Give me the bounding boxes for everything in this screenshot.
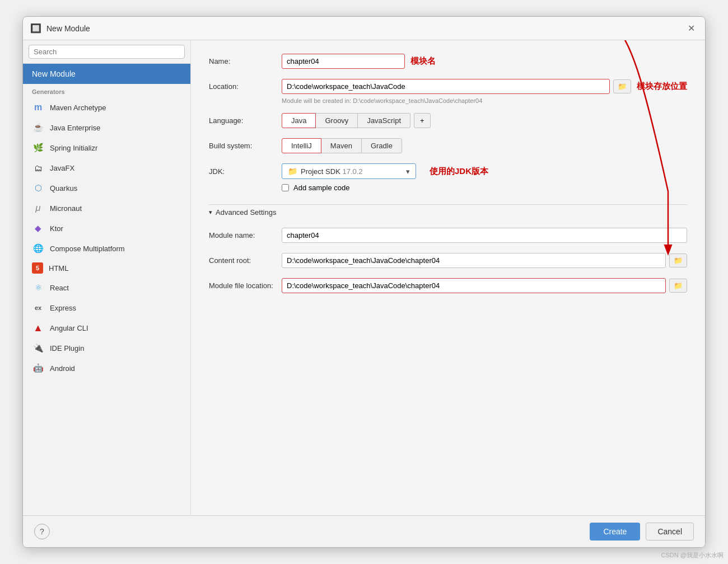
sidebar-item-label: HTML bbox=[49, 264, 68, 272]
name-input[interactable] bbox=[282, 54, 405, 69]
sidebar-item-ide-plugin[interactable]: 🔌 IDE Plugin bbox=[23, 338, 190, 358]
footer-buttons: Create Cancel bbox=[590, 523, 694, 540]
module-name-row: Module name: bbox=[209, 228, 687, 243]
content-root-input[interactable] bbox=[282, 253, 666, 268]
sidebar-item-angular-cli[interactable]: ▲ Angular CLI bbox=[23, 318, 190, 338]
sidebar-item-label: Java Enterprise bbox=[50, 124, 100, 132]
chevron-down-icon: ▾ bbox=[209, 209, 212, 216]
compose-icon: 🌐 bbox=[32, 242, 44, 255]
sidebar: New Module Generators m Maven Archetype … bbox=[23, 40, 191, 515]
sidebar-item-ktor[interactable]: ◆ Ktor bbox=[23, 218, 190, 238]
build-system-row: Build system: IntelliJ Maven Gradle bbox=[209, 138, 687, 153]
jdk-name: Project SDK 17.0.2 bbox=[301, 167, 402, 176]
sidebar-item-label: React bbox=[50, 284, 69, 292]
location-row: Location: 📁 模块存放位置 bbox=[209, 79, 687, 94]
sidebar-item-label: Maven Archetype bbox=[50, 104, 106, 112]
module-file-location-input[interactable] bbox=[282, 278, 666, 293]
add-sample-code-row: Add sample code bbox=[282, 184, 687, 192]
language-add-button[interactable]: + bbox=[414, 113, 431, 128]
location-input[interactable] bbox=[282, 79, 610, 94]
content-root-row: Content root: 📁 bbox=[209, 253, 687, 268]
maven-icon: m bbox=[32, 101, 44, 114]
java-enterprise-icon: ☕ bbox=[32, 121, 44, 134]
content-root-input-area: 📁 bbox=[282, 253, 687, 268]
module-file-location-input-area: 📁 bbox=[282, 278, 687, 293]
name-annotation: 模块名 bbox=[410, 56, 436, 67]
advanced-settings-label: Advanced Settings bbox=[216, 208, 276, 217]
build-maven-button[interactable]: Maven bbox=[321, 138, 362, 153]
sidebar-item-compose-multiplatform[interactable]: 🌐 Compose Multiplatform bbox=[23, 238, 190, 258]
sidebar-item-html[interactable]: 5 HTML bbox=[23, 258, 190, 278]
search-area bbox=[23, 40, 190, 64]
html-icon: 5 bbox=[32, 262, 43, 274]
language-java-button[interactable]: Java bbox=[282, 113, 316, 128]
cancel-button[interactable]: Cancel bbox=[646, 523, 694, 540]
sidebar-item-label: Compose Multiplatform bbox=[50, 245, 125, 253]
add-sample-code-label: Add sample code bbox=[293, 184, 349, 192]
sidebar-selected-item[interactable]: New Module bbox=[23, 64, 190, 84]
jdk-folder-icon: 📁 bbox=[288, 167, 297, 176]
language-javascript-button[interactable]: JavaScript bbox=[357, 113, 410, 128]
language-groovy-button[interactable]: Groovy bbox=[315, 113, 358, 128]
sidebar-item-spring-initializr[interactable]: 🌿 Spring Initializr bbox=[23, 138, 190, 158]
quarkus-icon: ⬡ bbox=[32, 182, 44, 194]
dialog-icon: 🔲 bbox=[30, 22, 42, 35]
location-hint: Module will be created in: D:\code\works… bbox=[282, 97, 687, 104]
build-intellij-button[interactable]: IntelliJ bbox=[282, 138, 321, 153]
module-name-input[interactable] bbox=[282, 228, 687, 243]
create-button[interactable]: Create bbox=[590, 523, 640, 540]
android-icon: 🤖 bbox=[32, 362, 44, 374]
build-system-btn-group: IntelliJ Maven Gradle bbox=[282, 138, 402, 153]
watermark: CSDN @我是小水水啊 bbox=[661, 551, 724, 560]
language-btn-group: Java Groovy JavaScript bbox=[282, 113, 410, 128]
jdk-version: 17.0.2 bbox=[342, 167, 362, 176]
name-row: Name: 模块名 bbox=[209, 54, 687, 69]
sidebar-item-maven-archetype[interactable]: m Maven Archetype bbox=[23, 97, 190, 118]
ide-plugin-icon: 🔌 bbox=[32, 342, 44, 354]
location-label: Location: bbox=[209, 82, 282, 91]
name-label: Name: bbox=[209, 57, 282, 65]
location-annotation: 模块存放位置 bbox=[637, 81, 687, 92]
dialog-title: New Module bbox=[46, 24, 684, 33]
spring-icon: 🌿 bbox=[32, 142, 44, 154]
jdk-annotation: 使用的JDK版本 bbox=[430, 166, 488, 177]
chevron-down-icon: ▾ bbox=[406, 167, 410, 176]
generators-label: Generators bbox=[23, 84, 190, 97]
jdk-project-sdk-label: Project SDK bbox=[301, 167, 340, 176]
add-sample-code-checkbox[interactable] bbox=[282, 184, 289, 191]
sidebar-item-express[interactable]: ex Express bbox=[23, 298, 190, 318]
language-label: Language: bbox=[209, 116, 282, 125]
sidebar-item-label: IDE Plugin bbox=[50, 344, 84, 352]
sidebar-item-quarkus[interactable]: ⬡ Quarkus bbox=[23, 178, 190, 198]
javafx-icon: 🗂 bbox=[32, 162, 44, 174]
module-file-location-browse-button[interactable]: 📁 bbox=[669, 279, 687, 293]
sidebar-item-label: Android bbox=[50, 364, 75, 373]
new-module-dialog: 🔲 New Module ✕ New Module Generators m M… bbox=[22, 16, 706, 548]
sidebar-item-label: Quarkus bbox=[50, 184, 77, 192]
jdk-dropdown[interactable]: 📁 Project SDK 17.0.2 ▾ bbox=[282, 163, 416, 179]
sidebar-item-android[interactable]: 🤖 Android bbox=[23, 358, 190, 378]
content-root-browse-button[interactable]: 📁 bbox=[669, 253, 687, 267]
sidebar-item-react[interactable]: ⚛ React bbox=[23, 278, 190, 298]
sidebar-item-label: Ktor bbox=[50, 224, 63, 233]
location-browse-button[interactable]: 📁 bbox=[613, 79, 631, 93]
micronaut-icon: μ bbox=[32, 202, 44, 214]
sidebar-item-label: Angular CLI bbox=[50, 324, 88, 332]
sidebar-item-java-enterprise[interactable]: ☕ Java Enterprise bbox=[23, 118, 190, 138]
build-gradle-button[interactable]: Gradle bbox=[361, 138, 402, 153]
close-button[interactable]: ✕ bbox=[684, 21, 698, 36]
express-icon: ex bbox=[32, 302, 44, 314]
search-input[interactable] bbox=[29, 45, 185, 59]
jdk-label: JDK: bbox=[209, 167, 282, 176]
sidebar-item-micronaut[interactable]: μ Micronaut bbox=[23, 198, 190, 218]
ktor-icon: ◆ bbox=[32, 222, 44, 234]
main-content: Name: 模块名 Location: 📁 模块存放位置 Module will… bbox=[191, 40, 705, 515]
build-system-label: Build system: bbox=[209, 142, 282, 150]
sidebar-item-label: Micronaut bbox=[50, 204, 82, 213]
advanced-settings-toggle[interactable]: ▾ Advanced Settings bbox=[209, 204, 687, 220]
language-row: Language: Java Groovy JavaScript + bbox=[209, 113, 687, 128]
sidebar-item-javafx[interactable]: 🗂 JavaFX bbox=[23, 158, 190, 178]
help-button[interactable]: ? bbox=[34, 524, 50, 539]
jdk-row: JDK: 📁 Project SDK 17.0.2 ▾ 使用的JDK版本 bbox=[209, 163, 687, 179]
module-file-location-label: Module file location: bbox=[209, 281, 282, 290]
